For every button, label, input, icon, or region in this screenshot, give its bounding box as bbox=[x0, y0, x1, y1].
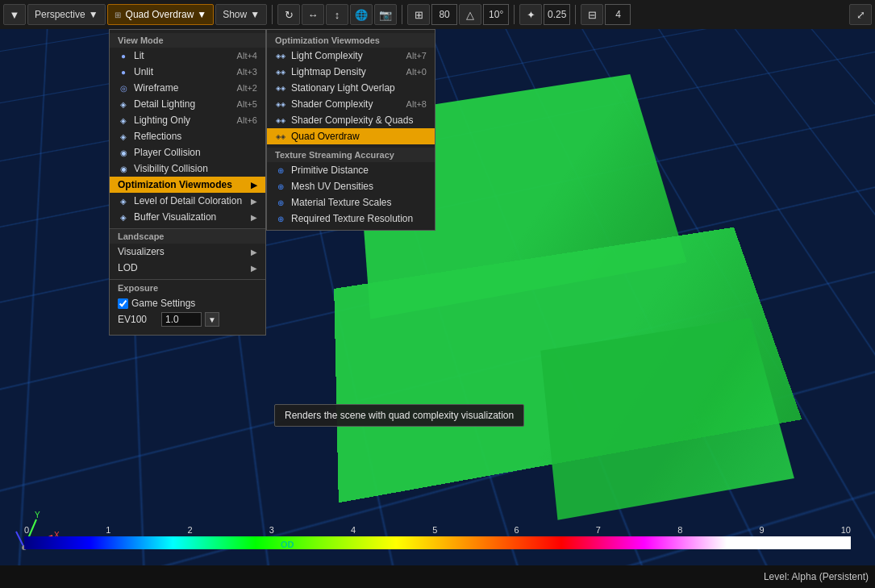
stationary-light-label: Stationary Light Overlap bbox=[291, 82, 395, 94]
snap-size-box[interactable]: 80 bbox=[431, 4, 457, 25]
optimization-submenu: Optimization Viewmodes ◈◈ Light Complexi… bbox=[266, 29, 435, 231]
grid-icon-btn[interactable]: ⊞ bbox=[407, 4, 430, 25]
menu-item-player-collision[interactable]: ◉ Player Collision bbox=[110, 144, 265, 161]
menu-item-quad-overdraw[interactable]: ◈◈ Quad Overdraw bbox=[267, 128, 435, 144]
menu-item-required-texture-resolution[interactable]: ⊕ Required Texture Resolution bbox=[267, 211, 435, 227]
lit-icon: ● bbox=[118, 50, 129, 61]
menu-item-lit[interactable]: ● Lit Alt+4 bbox=[110, 48, 265, 64]
lighting-only-icon: ◈ bbox=[118, 115, 129, 126]
required-texture-label: Required Texture Resolution bbox=[291, 213, 413, 224]
lod2-label: LOD bbox=[118, 262, 138, 273]
mesh-uv-label: Mesh UV Densities bbox=[291, 181, 373, 192]
ev100-input[interactable] bbox=[161, 312, 202, 327]
material-texture-icon: ⊕ bbox=[275, 197, 286, 208]
stationary-light-icon: ◈◈ bbox=[275, 82, 286, 94]
lit-label: Lit bbox=[134, 50, 144, 61]
color-bar-label-2: 2 bbox=[188, 525, 193, 535]
game-settings-checkbox[interactable] bbox=[118, 298, 128, 309]
layer-count-box[interactable]: 4 bbox=[605, 4, 631, 25]
lit-shortcut: Alt+4 bbox=[237, 51, 257, 60]
toolbar: ▼ Perspective ▼ ⊞ Quad Overdraw ▼ Show ▼… bbox=[0, 0, 875, 29]
menu-item-lightmap-density[interactable]: ◈◈ Lightmap Density Alt+0 bbox=[267, 64, 435, 80]
primitive-distance-label: Primitive Distance bbox=[291, 165, 369, 176]
primitive-distance-icon: ⊕ bbox=[275, 165, 286, 176]
color-bar-label-10: 10 bbox=[841, 525, 851, 535]
texture-streaming-section-label: Texture Streaming Accuracy bbox=[267, 148, 435, 162]
menu-item-shader-complexity-quads[interactable]: ◈◈ Shader Complexity & Quads bbox=[267, 112, 435, 128]
separator-3 bbox=[514, 5, 515, 24]
wireframe-label: Wireframe bbox=[134, 82, 178, 94]
status-bar: Level: Alpha (Persistent) bbox=[0, 565, 875, 588]
lightmap-density-shortcut: Alt+0 bbox=[406, 67, 427, 77]
rotate-icon-btn[interactable]: ↔ bbox=[302, 4, 324, 25]
move-icon-btn[interactable]: ↻ bbox=[277, 4, 300, 25]
scale-snap-value: 0.25 bbox=[548, 9, 566, 20]
color-bar-container: 0 1 2 3 4 5 6 7 8 9 10 OD bbox=[24, 525, 851, 549]
separator-4 bbox=[575, 5, 576, 24]
lighting-only-shortcut: Alt+6 bbox=[237, 115, 257, 125]
viewport-dropdown-btn[interactable]: ▼ bbox=[3, 4, 26, 25]
menu-item-stationary-light-overlap[interactable]: ◈◈ Stationary Light Overlap bbox=[267, 80, 435, 96]
show-dropdown-arrow: ▼ bbox=[250, 9, 260, 20]
optimization-submenu-arrow: ▶ bbox=[251, 181, 257, 190]
menu-item-shader-complexity[interactable]: ◈◈ Shader Complexity Alt+8 bbox=[267, 96, 435, 112]
visualizers-submenu-arrow: ▶ bbox=[251, 248, 257, 256]
layer-icon-btn[interactable]: ⊟ bbox=[581, 4, 603, 25]
menu-item-reflections[interactable]: ◈ Reflections bbox=[110, 128, 265, 144]
menu-item-lod-coloration[interactable]: ◈ Level of Detail Coloration ▶ bbox=[110, 193, 265, 209]
menu-item-lod[interactable]: LOD ▶ bbox=[110, 260, 265, 276]
scale-snap-box[interactable]: 0.25 bbox=[544, 4, 570, 25]
camera-icon-btn[interactable]: 📷 bbox=[374, 4, 397, 25]
exposure-label: Exposure bbox=[118, 283, 257, 293]
menu-item-mesh-uv-densities[interactable]: ⊕ Mesh UV Densities bbox=[267, 178, 435, 194]
color-bar-label-3: 3 bbox=[269, 525, 274, 535]
triangle-icon-btn[interactable]: △ bbox=[459, 4, 481, 25]
unlit-shortcut: Alt+3 bbox=[237, 67, 257, 77]
snap-angle-value: 10° bbox=[489, 9, 503, 20]
diamond-icon-btn[interactable]: ✦ bbox=[519, 4, 542, 25]
quad-overdraw-icon: ◈◈ bbox=[275, 131, 286, 142]
menu-item-buffer-viz[interactable]: ◈ Buffer Visualization ▶ bbox=[110, 209, 265, 225]
view-mode-dropdown-arrow: ▼ bbox=[197, 9, 206, 20]
menu-item-material-texture-scales[interactable]: ⊕ Material Texture Scales bbox=[267, 194, 435, 211]
wireframe-shortcut: Alt+2 bbox=[237, 83, 257, 93]
menu-item-detail-lighting[interactable]: ◈ Detail Lighting Alt+5 bbox=[110, 96, 265, 112]
menu-item-unlit[interactable]: ● Unlit Alt+3 bbox=[110, 64, 265, 80]
level-status-text: Level: Alpha (Persistent) bbox=[764, 571, 869, 582]
shader-complexity-label: Shader Complexity bbox=[291, 98, 373, 110]
required-texture-icon: ⊕ bbox=[275, 213, 286, 224]
player-collision-label: Player Collision bbox=[134, 147, 201, 158]
detail-lighting-icon: ◈ bbox=[118, 98, 129, 110]
buffer-viz-submenu-arrow: ▶ bbox=[251, 213, 257, 222]
exposure-section: Exposure Game Settings EV100 ▼ bbox=[110, 279, 265, 332]
world-icon-btn[interactable]: 🌐 bbox=[350, 4, 373, 25]
menu-item-lighting-only[interactable]: ◈ Lighting Only Alt+6 bbox=[110, 112, 265, 128]
shader-complexity-quads-label: Shader Complexity & Quads bbox=[291, 115, 413, 126]
maximize-icon-btn[interactable]: ⤢ bbox=[849, 4, 872, 25]
view-mode-label: Quad Overdraw bbox=[126, 9, 194, 20]
lightmap-density-icon: ◈◈ bbox=[275, 66, 286, 77]
show-button[interactable]: Show ▼ bbox=[215, 4, 267, 25]
color-bar-label-4: 4 bbox=[351, 525, 356, 535]
wireframe-icon: ◎ bbox=[118, 82, 129, 94]
visibility-collision-label: Visibility Collision bbox=[134, 163, 208, 174]
ev100-spinner[interactable]: ▼ bbox=[205, 312, 219, 327]
menu-item-primitive-distance[interactable]: ⊕ Primitive Distance bbox=[267, 162, 435, 178]
menu-item-visibility-collision[interactable]: ◉ Visibility Collision bbox=[110, 161, 265, 177]
menu-item-wireframe[interactable]: ◎ Wireframe Alt+2 bbox=[110, 80, 265, 96]
menu-item-light-complexity[interactable]: ◈◈ Light Complexity Alt+7 bbox=[267, 48, 435, 64]
visibility-collision-icon: ◉ bbox=[118, 163, 129, 174]
color-bar-label-6: 6 bbox=[515, 525, 519, 535]
quad-overdraw-label: Quad Overdraw bbox=[291, 131, 360, 142]
perspective-dropdown-arrow: ▼ bbox=[89, 9, 98, 20]
menu-item-visualizers[interactable]: Visualizers ▶ bbox=[110, 244, 265, 260]
ev100-label: EV100 bbox=[118, 314, 158, 325]
perspective-button[interactable]: Perspective ▼ bbox=[27, 4, 106, 25]
detail-lighting-label: Detail Lighting bbox=[134, 98, 195, 110]
color-bar-label-0: 0 bbox=[24, 525, 29, 535]
snap-angle-box[interactable]: 10° bbox=[483, 4, 509, 25]
menu-item-optimization[interactable]: Optimization Viewmodes ▶ bbox=[110, 177, 265, 193]
view-mode-button[interactable]: ⊞ Quad Overdraw ▼ bbox=[107, 4, 215, 25]
scale-icon-btn[interactable]: ↕ bbox=[326, 4, 348, 25]
game-settings-label[interactable]: Game Settings bbox=[118, 298, 195, 309]
